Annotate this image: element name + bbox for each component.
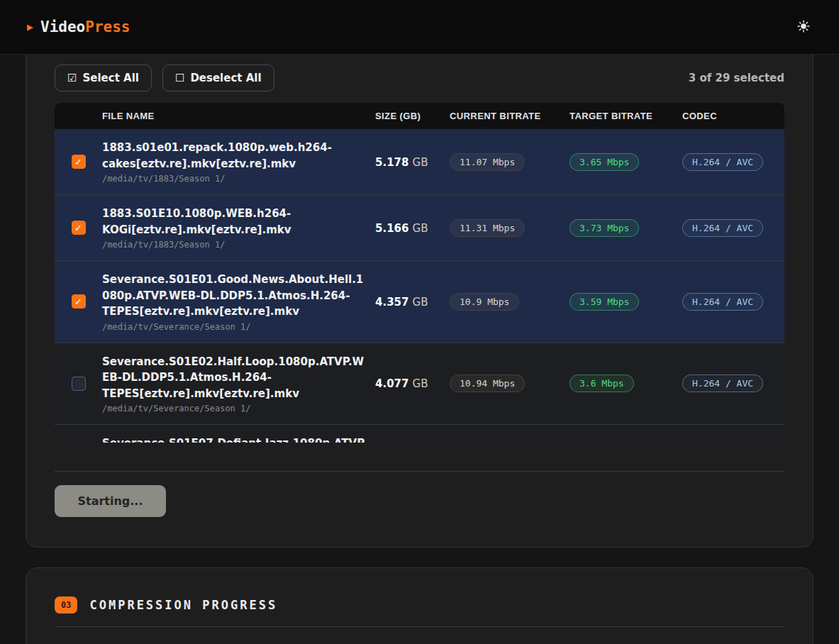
section-header: 03 COMPRESSION PROGRESS <box>55 596 784 614</box>
column-header-current-bitrate: CURRENT BITRATE <box>450 111 569 121</box>
column-header-size: SIZE (GB) <box>375 111 450 121</box>
file-path: /media/tv/1883/Season 1/ <box>102 174 365 184</box>
theme-toggle-button[interactable] <box>795 18 812 35</box>
current-bitrate-badge: 11.07 Mbps <box>450 153 525 171</box>
main-content: ☑ Select All ☐ Deselect All 3 of 29 sele… <box>0 33 839 644</box>
file-table-scroll-area[interactable]: FILE NAME SIZE (GB) CURRENT BITRATE TARG… <box>55 103 784 443</box>
codec-badge: H.264 / AVC <box>682 293 763 311</box>
size-unit: GB <box>413 377 428 390</box>
current-bitrate-badge: 10.94 Mbps <box>450 374 525 392</box>
table-header-row: FILE NAME SIZE (GB) CURRENT BITRATE TARG… <box>55 103 784 129</box>
checkbox-checked-icon: ☑ <box>67 72 77 84</box>
target-bitrate-badge: 3.59 Mbps <box>569 293 639 311</box>
table-row[interactable]: ✓ Severance.S01E01.Good.News.About.Hell.… <box>55 260 784 343</box>
row-checkbox[interactable]: ✓ <box>72 221 86 235</box>
divider-line <box>55 471 784 472</box>
file-size: 5.166 GB <box>375 221 450 235</box>
compression-progress-card: 03 COMPRESSION PROGRESS <box>26 567 813 644</box>
logo-video-part: Video <box>40 18 85 35</box>
step-number-badge: 03 <box>55 596 77 614</box>
check-icon: ✓ <box>74 378 82 389</box>
sun-icon <box>797 20 810 35</box>
codec-badge: H.264 / AVC <box>682 219 763 237</box>
top-bar: ▶ VideoPress <box>0 0 839 55</box>
file-name: Severance.S01E07.Defiant.Jazz.1080p.ATVP… <box>102 435 365 443</box>
current-bitrate-badge: 10.9 Mbps <box>450 293 519 311</box>
column-header-codec: CODEC <box>682 111 784 121</box>
selection-count: 3 of 29 selected <box>689 72 784 84</box>
size-unit: GB <box>413 156 428 169</box>
check-icon: ✓ <box>74 223 82 233</box>
select-all-button[interactable]: ☑ Select All <box>55 65 152 91</box>
table-row[interactable]: ✓ 1883.S01E10.1080p.WEB.h264-KOGi[eztv.r… <box>55 194 784 260</box>
start-compression-button[interactable]: Starting... <box>55 485 166 517</box>
size-value: 5.178 <box>375 156 409 169</box>
table-row[interactable]: ✓ Severance.S01E02.Half.Loop.1080p.ATVP.… <box>55 343 784 425</box>
size-unit: GB <box>413 296 428 309</box>
row-checkbox[interactable]: ✓ <box>72 294 86 309</box>
selection-toolbar: ☑ Select All ☐ Deselect All 3 of 29 sele… <box>55 65 784 91</box>
file-name: Severance.S01E01.Good.News.About.Hell.10… <box>102 272 365 320</box>
select-all-label: Select All <box>82 72 138 84</box>
codec-badge: H.264 / AVC <box>682 153 763 171</box>
target-bitrate-badge: 3.6 Mbps <box>569 374 634 392</box>
size-unit: GB <box>413 222 428 235</box>
size-value: 5.166 <box>375 222 409 235</box>
table-row[interactable]: ✓ 1883.s01e01.repack.1080p.web.h264-cake… <box>55 129 784 194</box>
table-body: ✓ 1883.s01e01.repack.1080p.web.h264-cake… <box>55 129 784 443</box>
row-checkbox[interactable]: ✓ <box>72 155 86 169</box>
file-size: 4.357 GB <box>375 295 450 309</box>
deselect-all-button[interactable]: ☐ Deselect All <box>162 65 274 91</box>
section-title: COMPRESSION PROGRESS <box>89 598 277 612</box>
file-path: /media/tv/Severance/Season 1/ <box>102 322 365 332</box>
file-size: 5.178 GB <box>375 155 450 169</box>
file-name: 1883.s01e01.repack.1080p.web.h264-cakes[… <box>102 140 365 172</box>
checkbox-empty-icon: ☐ <box>175 72 184 84</box>
app-logo: ▶ VideoPress <box>27 18 130 35</box>
file-name: 1883.S01E10.1080p.WEB.h264-KOGi[eztv.re]… <box>102 206 365 238</box>
file-path: /media/tv/Severance/Season 1/ <box>102 404 365 413</box>
play-triangle-icon: ▶ <box>27 21 33 33</box>
file-name: Severance.S01E02.Half.Loop.1080p.ATVP.WE… <box>102 354 365 402</box>
table-row[interactable]: ✓ Severance.S01E07.Defiant.Jazz.1080p.AT… <box>55 424 784 443</box>
codec-badge: H.264 / AVC <box>682 374 763 392</box>
column-header-file-name: FILE NAME <box>102 111 375 121</box>
file-size: 4.077 GB <box>375 377 450 390</box>
size-value: 4.357 <box>375 296 409 309</box>
current-bitrate-badge: 11.31 Mbps <box>450 219 525 237</box>
column-header-target-bitrate: TARGET BITRATE <box>569 111 682 121</box>
deselect-all-label: Deselect All <box>190 72 261 84</box>
logo-press-part: Press <box>85 18 130 35</box>
row-checkbox[interactable]: ✓ <box>72 377 86 391</box>
size-value: 4.077 <box>375 377 409 390</box>
file-path: /media/tv/1883/Season 1/ <box>102 240 365 250</box>
target-bitrate-badge: 3.65 Mbps <box>569 153 639 171</box>
target-bitrate-badge: 3.73 Mbps <box>569 219 639 237</box>
check-icon: ✓ <box>74 157 82 167</box>
check-icon: ✓ <box>74 296 82 307</box>
file-selection-card: ☑ Select All ☐ Deselect All 3 of 29 sele… <box>26 33 813 548</box>
logo-text: VideoPress <box>40 18 130 35</box>
section-divider-line <box>55 626 784 627</box>
